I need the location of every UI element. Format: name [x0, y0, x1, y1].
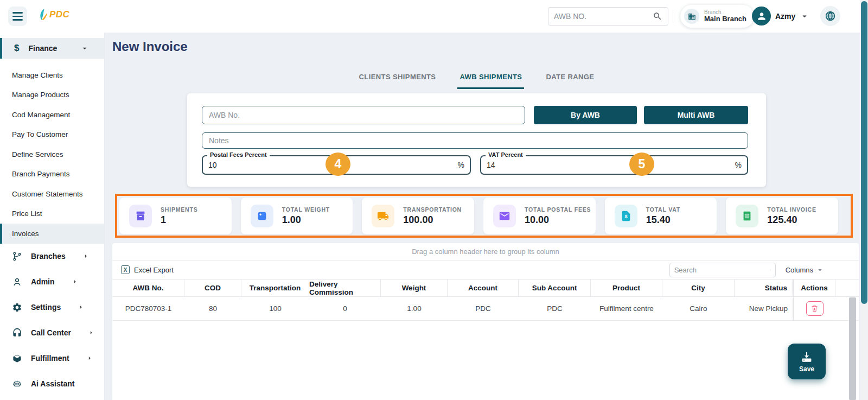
envelope-icon	[493, 205, 516, 227]
group-by-drop-zone[interactable]: Drag a column header here to group its c…	[112, 243, 859, 261]
invoice-form-card: By AWB Multi AWB Postal Fees Percent % V…	[187, 93, 766, 187]
percent-suffix: %	[458, 161, 464, 169]
sidebar-group-admin[interactable]: Admin	[0, 269, 104, 295]
card-total-invoice: TOTAL INVOICE 125.40	[726, 198, 838, 234]
column-header-weight[interactable]: Weight	[381, 280, 448, 296]
column-header-city[interactable]: City	[662, 280, 735, 296]
column-header-transportation[interactable]: Transportation	[241, 280, 309, 296]
chevron-right-icon	[86, 354, 93, 362]
chevron-right-icon	[82, 252, 90, 260]
table-search-input[interactable]	[674, 266, 770, 274]
package-icon	[251, 205, 273, 227]
hamburger-menu-button[interactable]	[8, 7, 27, 26]
cell-product: Fulfilment centre	[591, 297, 662, 320]
sidebar-group-branches[interactable]: Branches	[0, 244, 104, 269]
table-search-box	[669, 263, 776, 277]
chevron-right-icon	[87, 329, 95, 336]
page-title: New Invoice	[112, 39, 188, 54]
cell-account: PDC	[448, 297, 519, 320]
header-divider	[673, 10, 673, 23]
avatar	[752, 7, 771, 26]
cell-status: New Pickup	[735, 297, 793, 320]
chevron-right-icon	[71, 278, 79, 285]
column-header-product[interactable]: Product	[591, 280, 662, 296]
sidebar-item-manage-products[interactable]: Manage Products	[0, 85, 104, 105]
finance-label: Finance	[28, 44, 57, 53]
sidebar-item-price-list[interactable]: Price List	[0, 204, 104, 224]
invoice-tabs: CLIENTS SHIPMENTS AWB SHIPMENTS DATE RAN…	[187, 68, 766, 89]
sidebar-item-pay-to-customer[interactable]: Pay To Customer	[0, 125, 104, 145]
column-header-status[interactable]: Status	[735, 280, 793, 296]
column-header-awb-no[interactable]: AWB No.	[112, 280, 184, 296]
sidebar-group-settings[interactable]: Settings	[0, 295, 104, 320]
table-header-row: AWB No. COD Transportation Delivery Comm…	[112, 279, 859, 297]
pdc-logo: PDC	[37, 8, 69, 21]
sidebar-item-cod-management[interactable]: Cod Management	[0, 105, 104, 125]
step-badge-5: 5	[629, 153, 654, 176]
search-icon	[770, 266, 771, 274]
card-shipments: SHIPMENTS 1	[119, 198, 232, 234]
sidebar-item-customer-statements[interactable]: Customer Statements	[0, 184, 104, 204]
leaf-icon	[37, 8, 48, 21]
card-total-postal-fees: TOTAL POSTAL FEES 10.00	[483, 198, 596, 234]
main-content: New Invoice CLIENTS SHIPMENTS AWB SHIPME…	[105, 33, 868, 400]
postal-fees-percent-label: Postal Fees Percent	[207, 151, 270, 158]
sidebar-group-call-center[interactable]: Call Center	[0, 320, 104, 346]
cell-weight: 1.00	[381, 297, 448, 320]
delete-row-button[interactable]	[806, 301, 824, 316]
archive-box-icon	[129, 205, 152, 227]
awb-search-input[interactable]	[554, 12, 653, 21]
columns-chooser-button[interactable]: Columns	[786, 266, 824, 274]
excel-export-button[interactable]: X Excel Export	[121, 265, 174, 274]
vat-percent-label: VAT Percent	[486, 151, 526, 158]
awb-no-input[interactable]	[202, 106, 525, 124]
language-globe-button[interactable]	[820, 6, 840, 26]
tab-awb-shipments[interactable]: AWB SHIPMENTS	[457, 68, 524, 89]
dollar-icon: $	[14, 43, 19, 54]
notes-input[interactable]	[202, 132, 748, 149]
table-toolbar: X Excel Export Columns	[112, 261, 859, 279]
receipt-icon	[736, 205, 758, 227]
cell-city: Cairo	[662, 297, 735, 320]
ai-assistant-icon	[12, 379, 22, 389]
sidebar: $ Finance Manage Clients Manage Products…	[0, 33, 105, 400]
vat-document-icon: $	[615, 205, 637, 227]
branch-selector[interactable]: Branch Main Branch	[680, 5, 754, 28]
page-scrollbar-thumb[interactable]	[861, 1, 867, 304]
sidebar-item-manage-clients[interactable]: Manage Clients	[0, 65, 104, 85]
sidebar-item-branch-payments[interactable]: Branch Payments	[0, 164, 104, 185]
person-icon	[756, 11, 767, 22]
admin-person-icon	[12, 277, 22, 287]
column-header-delivery-commission[interactable]: Delivery Commission	[309, 280, 381, 296]
branch-name: Main Branch	[704, 15, 746, 23]
by-awb-button[interactable]: By AWB	[534, 106, 637, 124]
card-total-weight: TOTAL WEIGHT 1.00	[241, 198, 353, 234]
caret-down-icon	[816, 266, 824, 274]
vat-percent-input[interactable]	[481, 156, 654, 174]
column-header-sub-account[interactable]: Sub Account	[519, 280, 591, 296]
sidebar-section-finance[interactable]: $ Finance	[0, 38, 104, 59]
column-header-account[interactable]: Account	[448, 280, 519, 296]
tab-clients-shipments[interactable]: CLIENTS SHIPMENTS	[357, 68, 438, 89]
caret-down-icon	[80, 44, 89, 53]
chevron-right-icon	[77, 303, 85, 311]
page-scrollbar[interactable]	[860, 0, 868, 400]
cell-actions	[793, 297, 835, 320]
save-icon	[800, 351, 813, 364]
tab-date-range[interactable]: DATE RANGE	[544, 68, 596, 89]
step-badge-4: 4	[326, 153, 350, 176]
branches-icon	[12, 251, 22, 262]
sidebar-group-ai-assistant[interactable]: Ai Assistant	[0, 371, 104, 397]
gear-icon	[12, 302, 22, 313]
search-icon[interactable]	[653, 11, 662, 21]
sidebar-item-invoices[interactable]: Invoices	[0, 224, 104, 244]
sidebar-group-fulfillment[interactable]: Fulfillment	[0, 346, 104, 371]
excel-icon: X	[121, 265, 130, 274]
table-scrollbar[interactable]	[849, 297, 856, 400]
column-header-cod[interactable]: COD	[184, 280, 241, 296]
user-menu[interactable]: Azmy	[752, 7, 809, 26]
cell-transportation: 100	[241, 297, 309, 320]
sidebar-item-define-services[interactable]: Define Services	[0, 144, 104, 164]
multi-awb-button[interactable]: Multi AWB	[644, 106, 748, 124]
save-button[interactable]: Save	[788, 344, 826, 379]
